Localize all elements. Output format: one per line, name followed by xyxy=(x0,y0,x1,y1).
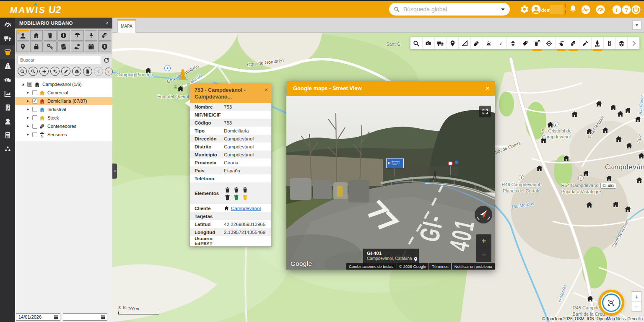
user-avatar-icon[interactable] xyxy=(531,4,541,15)
poi-info-icon[interactable]: i xyxy=(519,175,524,180)
action-add-button[interactable] xyxy=(39,67,49,76)
house-marker-icon[interactable] xyxy=(177,85,184,92)
house-marker-icon[interactable] xyxy=(617,110,624,117)
house-marker-icon[interactable] xyxy=(605,175,613,182)
sv-footer-link[interactable]: Notificar un problema xyxy=(452,263,495,270)
tree-checkbox[interactable]: ✓ xyxy=(32,99,37,104)
action-edit-button[interactable] xyxy=(61,67,70,76)
panel-search-input[interactable] xyxy=(18,56,101,64)
bin-icon[interactable] xyxy=(242,194,249,201)
house-marker-icon[interactable] xyxy=(536,165,543,172)
date-from-input[interactable] xyxy=(18,314,52,320)
maptool-hand-select[interactable] xyxy=(556,37,568,49)
category-bins[interactable] xyxy=(98,30,111,41)
maptool-ruler[interactable] xyxy=(459,37,471,49)
cliente-link[interactable]: Campdevànol xyxy=(231,206,261,211)
category-key[interactable] xyxy=(44,42,57,52)
tree-expander-icon[interactable]: ▶ xyxy=(27,116,31,119)
logout-power-icon[interactable] xyxy=(631,5,641,15)
zoom-out-button[interactable]: − xyxy=(631,302,641,312)
category-pin[interactable] xyxy=(16,42,29,52)
panel-collapse-icon[interactable]: ‹ xyxy=(106,18,108,29)
action-money-button[interactable]: $ xyxy=(72,67,81,76)
street-view-header[interactable]: Google maps - Street View × xyxy=(286,81,495,96)
app-logo[interactable]: MAWISU2 xyxy=(9,4,62,16)
tab-list-caret-icon[interactable] xyxy=(632,21,641,30)
house-marker-icon[interactable] xyxy=(602,127,609,134)
tree-item-campdevànol[interactable]: ◢Campdevànol (1/6) xyxy=(15,80,112,88)
house-marker-icon[interactable] xyxy=(634,116,641,123)
maptool-layers[interactable] xyxy=(616,37,628,49)
action-add-edit-button[interactable] xyxy=(50,67,60,76)
popup-close-icon[interactable]: × xyxy=(265,86,268,93)
sidebar-item-fleet[interactable] xyxy=(0,31,15,45)
settings-gear-icon[interactable] xyxy=(520,5,529,14)
date-to-input[interactable] xyxy=(65,314,99,320)
sidebar-item-tickets[interactable] xyxy=(0,73,15,87)
category-sensor[interactable] xyxy=(71,30,84,41)
maptool-chevron-right[interactable] xyxy=(628,37,639,49)
maptool-tag[interactable] xyxy=(519,37,531,49)
maptool-eraser[interactable] xyxy=(471,37,483,49)
tree-checkbox[interactable] xyxy=(32,132,37,137)
maptool-pin[interactable] xyxy=(447,37,459,49)
calendar-icon[interactable] xyxy=(53,314,59,320)
bin-icon[interactable] xyxy=(242,186,249,193)
performance-gauge-icon[interactable] xyxy=(595,5,605,15)
maptool-crosshair[interactable] xyxy=(543,37,556,49)
maptool-traffic-light[interactable] xyxy=(604,37,616,49)
tree-item-sensores[interactable]: ▶Sensores xyxy=(15,130,112,139)
tree-checkbox[interactable] xyxy=(32,90,37,95)
action-search-select-button[interactable] xyxy=(29,67,38,76)
activity-monitor-icon[interactable] xyxy=(581,5,591,15)
global-search-input[interactable] xyxy=(402,5,500,13)
house-marker-icon[interactable] xyxy=(624,107,631,114)
house-marker-icon[interactable] xyxy=(571,111,578,118)
search-dropdown-caret-icon[interactable] xyxy=(500,7,506,12)
help-icon[interactable]: ? xyxy=(621,5,631,15)
maptool-bin-badge[interactable] xyxy=(531,37,543,49)
sv-zoom-out-button[interactable]: − xyxy=(476,248,491,262)
tree-item-domiciliaria[interactable]: ▶✓Domiciliaria (87/87) xyxy=(15,97,112,105)
category-lock[interactable] xyxy=(30,42,43,52)
maptool-bins[interactable] xyxy=(567,37,579,49)
maptool-search[interactable] xyxy=(410,37,423,49)
sv-pin-icon[interactable] xyxy=(413,257,418,262)
sv-footer-link[interactable]: © 2026 Google xyxy=(397,263,428,270)
maptool-alarm[interactable] xyxy=(483,37,495,49)
house-marker-icon[interactable] xyxy=(615,135,622,143)
compass-control[interactable] xyxy=(474,205,493,224)
maptool-collapse[interactable] xyxy=(507,37,519,49)
tab-mapa[interactable]: MAPA xyxy=(117,19,136,33)
tree-checkbox[interactable] xyxy=(32,124,37,129)
house-marker-icon[interactable] xyxy=(636,177,643,184)
maptool-truck[interactable] xyxy=(435,37,447,49)
house-marker-icon[interactable] xyxy=(587,295,594,302)
session-box[interactable] xyxy=(550,5,564,14)
sv-footer-link[interactable]: Términos xyxy=(429,263,451,270)
date-from-field[interactable] xyxy=(16,313,60,321)
bin-icon[interactable] xyxy=(233,186,240,193)
sv-footer-link[interactable]: Combinaciones de teclas xyxy=(346,263,396,270)
tree-checkbox[interactable] xyxy=(32,107,37,112)
category-pushpin[interactable] xyxy=(85,30,98,41)
sidebar-item-workers[interactable] xyxy=(0,114,15,128)
refresh-icon[interactable] xyxy=(103,57,110,63)
category-meter[interactable] xyxy=(57,30,70,41)
sidebar-item-recycling[interactable] xyxy=(0,142,15,156)
fullscreen-button[interactable] xyxy=(479,106,491,117)
action-document-button[interactable] xyxy=(83,67,92,76)
maptool-sv-person[interactable] xyxy=(592,37,604,49)
global-search[interactable] xyxy=(389,3,510,16)
category-person[interactable] xyxy=(16,30,29,41)
tree-item-industrial[interactable]: ▶Industrial xyxy=(15,105,112,114)
sidebar-item-reports[interactable] xyxy=(0,87,15,101)
category-bin[interactable] xyxy=(44,30,57,41)
house-marker-icon[interactable] xyxy=(582,170,589,177)
street-view-close-icon[interactable]: × xyxy=(486,84,490,93)
poi-info-icon[interactable]: i xyxy=(578,175,584,181)
sidebar-item-buildings[interactable] xyxy=(0,101,15,114)
panel-collapse-handle[interactable] xyxy=(112,164,117,179)
action-search-button[interactable] xyxy=(18,67,27,76)
category-clipboard[interactable] xyxy=(57,42,70,52)
